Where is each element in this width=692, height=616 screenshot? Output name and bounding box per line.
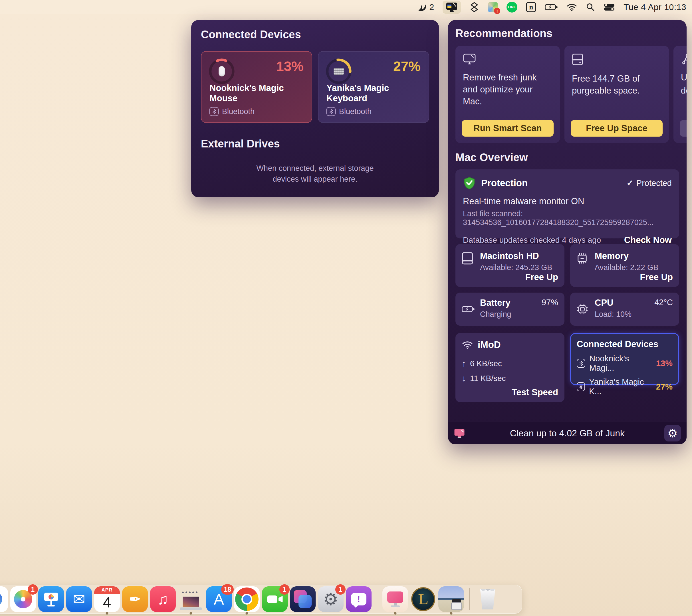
running-indicator (246, 612, 248, 615)
connection-label: Bluetooth (339, 107, 372, 116)
desktop: 2 ! LINE n (0, 0, 692, 616)
junk-summary[interactable]: Clean up to 4.02 GB of Junk (448, 428, 687, 439)
dock-item-preview[interactable] (438, 586, 464, 612)
hard-drive-icon (462, 252, 473, 265)
external-drive-icon (572, 53, 583, 66)
battery-charging-icon (462, 305, 475, 313)
settings-gear-button[interactable]: ⚙ (664, 425, 681, 441)
wifi-icon (462, 340, 473, 349)
dock-item-keynote[interactable] (38, 586, 64, 612)
memory-tile[interactable]: Memory Available: 2.22 GB Free Up (570, 244, 679, 287)
overview-tiles: Macintosh HD Available: 245.23 GB Free U… (456, 244, 679, 326)
dock-item-photos[interactable]: 1 (10, 586, 36, 612)
network-header: iMoD (462, 339, 558, 350)
free-up-memory-button[interactable]: Free Up (640, 272, 673, 282)
molecule-a-icon (681, 53, 687, 65)
dock-item-app-store[interactable]: A 18 (206, 586, 232, 612)
tile-subtitle: Available: 2.22 GB (595, 263, 673, 272)
dock-item-music[interactable]: ♫ (150, 586, 176, 612)
test-speed-button[interactable]: Test Speed (512, 387, 558, 398)
network-tile[interactable]: iMoD ↑ 6 KB/sec ↓ 11 KB/sec Test Speed (456, 333, 564, 402)
cleanmymac-menu-extra[interactable] (443, 1, 461, 14)
running-indicator (190, 612, 192, 615)
run-smart-scan-button[interactable]: Run Smart Scan (462, 120, 553, 137)
music-icon: ♫ (150, 586, 176, 612)
notion-menu-extra[interactable]: n (526, 2, 536, 12)
check-icon: ✓ (627, 178, 633, 188)
control-center-icon (604, 3, 615, 11)
database-row: Database updates checked 4 days ago Chec… (463, 235, 672, 245)
dock-item-image-capture[interactable] (178, 586, 204, 612)
connected-devices-tile-highlighted[interactable]: Connected Devices Nooknick's Magi... 13% (570, 333, 679, 385)
control-center-menu-item[interactable] (604, 3, 615, 11)
dock-item-calendar[interactable]: APR 4 (94, 586, 120, 612)
connection-row: Bluetooth (327, 107, 372, 116)
dock-item-league-of-legends[interactable]: L (410, 586, 436, 612)
free-up-disk-button[interactable]: Free Up (525, 272, 558, 282)
bird-menu-extra[interactable]: 2 (417, 2, 434, 12)
last-file-scanned: Last file scanned: 314534536_10160177284… (463, 209, 672, 227)
mail-icon: ✉ (66, 586, 92, 612)
league-of-legends-icon: L (411, 587, 435, 611)
tile-title: Connected Devices (577, 339, 673, 349)
recommendation-cards: Remove fresh junk and optimize your Mac.… (456, 46, 679, 143)
free-up-space-button[interactable]: Free Up Space (571, 120, 663, 137)
connection-label: Bluetooth (222, 107, 254, 116)
cleanmymac-menu-icon (446, 2, 458, 12)
alert-badge: ! (494, 8, 500, 14)
search-icon (586, 3, 595, 12)
check-now-button[interactable]: Check Now (624, 235, 672, 245)
rec-card-free-space: Free 144.7 GB of purgeable space. Free U… (564, 46, 669, 143)
calendar-month: APR (94, 586, 120, 594)
mac-overview-title: Mac Overview (456, 151, 679, 164)
menu-clock[interactable]: Tue 4 Apr 10:13 (624, 2, 686, 12)
dock-item-shortcuts[interactable] (290, 586, 316, 612)
device-card-keyboard[interactable]: 27% Yanika's Magic Keyboard Bluetooth (318, 51, 429, 123)
rec-card-text-line: dor (681, 85, 687, 97)
layers-menu-extra[interactable] (469, 2, 479, 13)
chrome-icon (234, 586, 260, 612)
exclaim-bubble: ! (351, 593, 366, 606)
dock-item-pages[interactable]: ✒ (122, 586, 148, 612)
download-row: ↓ 11 KB/sec (462, 374, 558, 383)
music-note-glyph: ♫ (158, 591, 169, 608)
macintosh-hd-tile[interactable]: Macintosh HD Available: 245.23 GB Free U… (456, 244, 564, 287)
wifi-menu-item[interactable] (566, 3, 577, 12)
battery-menu-item[interactable] (545, 3, 558, 11)
dock-item-cleanmymac[interactable] (382, 586, 408, 612)
calendar-icon: APR 4 (94, 586, 120, 612)
device-card-mouse[interactable]: 13% Nooknick's Magic Mouse Bluetooth (201, 51, 312, 123)
pages-icon: ✒ (122, 586, 148, 612)
clipped-button[interactable] (680, 120, 687, 137)
database-status: Database updates checked 4 days ago (463, 236, 601, 245)
protection-header: Protection ✓ Protected (463, 176, 672, 190)
bluetooth-icon (577, 382, 585, 391)
spotlight-menu-item[interactable] (586, 3, 595, 12)
maps-menu-extra[interactable]: ! (488, 2, 498, 12)
dock-divider (377, 588, 377, 610)
battery-tile[interactable]: Battery Charging 97% (456, 292, 564, 326)
protection-status: ✓ Protected (627, 178, 672, 188)
device-row: Yanika's Magic K... 27% (577, 377, 673, 396)
envelope-glyph: ✉ (73, 591, 85, 608)
overview-row3: iMoD ↑ 6 KB/sec ↓ 11 KB/sec Test Speed C… (456, 333, 679, 402)
device-name: Nooknick's Magic Mouse (209, 83, 312, 104)
dock-item-leaf-app[interactable] (0, 586, 8, 612)
dock-item-tips[interactable]: ! (346, 586, 372, 612)
device-name: Nooknick's Magi... (589, 354, 652, 373)
dock-item-system-settings[interactable]: ⚙ 1 (318, 586, 343, 612)
memory-chip-icon (576, 252, 588, 265)
line-menu-extra[interactable]: LINE (506, 2, 517, 13)
bluetooth-icon (577, 359, 585, 368)
battery-percent: 13% (276, 59, 303, 74)
dock-item-trash[interactable] (475, 586, 501, 612)
dock-item-facetime[interactable]: 1 (262, 586, 288, 612)
device-cards: 13% Nooknick's Magic Mouse Bluetooth (201, 51, 429, 123)
tile-subtitle: Available: 245.23 GB (480, 263, 558, 272)
cpu-tile[interactable]: CPU Load: 10% 42°C (570, 292, 679, 326)
dock-item-mail[interactable]: ✉ (66, 586, 92, 612)
notification-badge: 1 (279, 584, 290, 595)
dock-item-chrome[interactable] (234, 586, 260, 612)
network-name: iMoD (478, 339, 501, 350)
rec-card-text-line: Uni (681, 71, 687, 84)
